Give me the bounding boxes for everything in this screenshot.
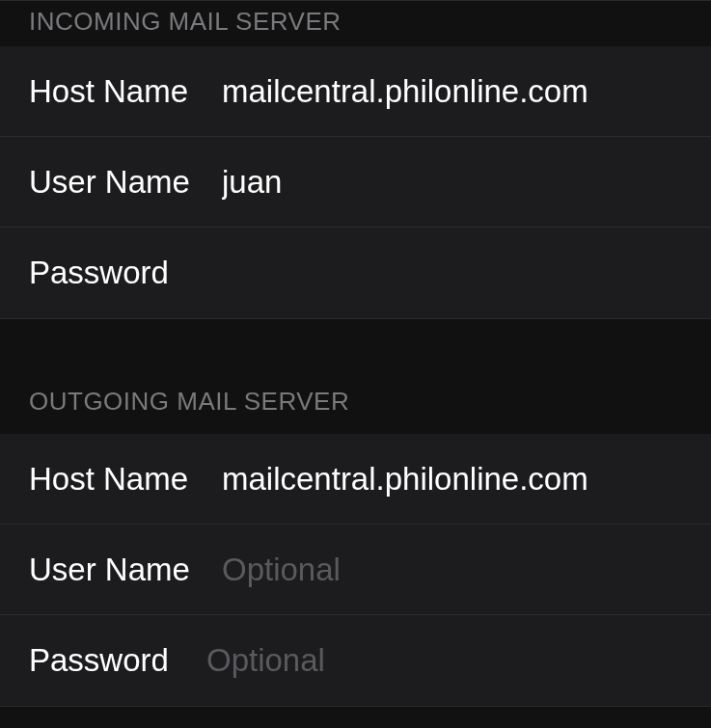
- outgoing-header-label: OUTGOING MAIL SERVER: [29, 387, 349, 417]
- incoming-username-row: User Name: [0, 137, 711, 228]
- outgoing-username-label: User Name: [29, 552, 222, 588]
- incoming-mail-server-group: Host Name User Name Password: [0, 46, 711, 318]
- incoming-hostname-label: Host Name: [29, 73, 222, 110]
- outgoing-mail-server-group: Host Name User Name Password: [0, 434, 711, 706]
- outgoing-password-row: Password: [0, 615, 711, 706]
- outgoing-password-input[interactable]: [206, 642, 711, 679]
- incoming-username-input[interactable]: [222, 164, 711, 201]
- outgoing-mail-server-header: OUTGOING MAIL SERVER: [0, 318, 711, 434]
- incoming-username-label: User Name: [29, 164, 222, 201]
- incoming-hostname-input[interactable]: [222, 73, 711, 110]
- incoming-header-label: INCOMING MAIL SERVER: [29, 7, 342, 37]
- outgoing-username-input[interactable]: [222, 552, 711, 588]
- outgoing-hostname-row: Host Name: [0, 434, 711, 525]
- outgoing-password-label: Password: [29, 642, 222, 679]
- incoming-password-label: Password: [29, 255, 222, 291]
- outgoing-hostname-label: Host Name: [29, 461, 222, 498]
- bottom-spacer: [0, 706, 711, 728]
- outgoing-username-row: User Name: [0, 525, 711, 615]
- incoming-hostname-row: Host Name: [0, 46, 711, 137]
- outgoing-hostname-input[interactable]: [222, 461, 711, 498]
- incoming-password-input[interactable]: [206, 255, 711, 291]
- incoming-password-row: Password: [0, 228, 711, 318]
- incoming-mail-server-header: INCOMING MAIL SERVER: [0, 0, 711, 46]
